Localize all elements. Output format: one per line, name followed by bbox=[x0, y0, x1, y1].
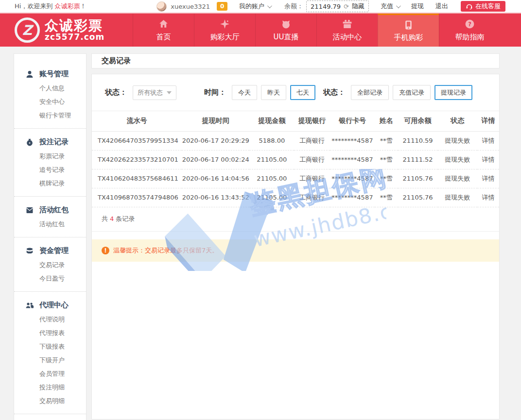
nav-tab-2[interactable]: 购彩大厅 bbox=[194, 14, 255, 47]
lottery-hall-icon bbox=[220, 19, 230, 30]
hide-balance-button[interactable]: 隐藏 bbox=[352, 2, 365, 11]
logout-button[interactable]: 退出 bbox=[435, 2, 448, 11]
nav-tab-label: 购彩大厅 bbox=[210, 33, 240, 42]
sidebar-section-title: 代理中心 bbox=[39, 301, 69, 310]
time-filter-button[interactable]: 昨天 bbox=[261, 85, 286, 100]
sidebar-sections: 账号管理个人信息安全中心银行卡管理投注记录彩票记录追号记录棋牌记录活动红包活动红… bbox=[14, 61, 86, 420]
sidebar-item[interactable]: 交易明细 bbox=[26, 394, 79, 408]
balance-value: 21149.79 bbox=[311, 3, 341, 10]
sidebar-item[interactable]: 会员管理 bbox=[26, 367, 79, 381]
cell-status: 提现失败 bbox=[438, 131, 478, 150]
sidebar-item[interactable]: 追号记录 bbox=[26, 163, 79, 177]
refresh-icon[interactable]: ⟳ bbox=[344, 3, 349, 10]
notice-text: 温馨提示：交易记录最多只保留7天。 bbox=[113, 246, 218, 255]
detail-link[interactable]: 详情 bbox=[477, 150, 499, 169]
cell-balance: 21110.59 bbox=[398, 131, 438, 150]
type-filter-buttons: 全部记录充值记录提现记录 bbox=[345, 85, 472, 100]
status-filter-label: 状态： bbox=[105, 88, 127, 97]
type-filter-button[interactable]: 全部记录 bbox=[351, 85, 389, 100]
cell-status: 提现失败 bbox=[438, 169, 478, 188]
nav-tab-label: 首页 bbox=[156, 33, 171, 42]
sidebar-item[interactable]: 活动红包 bbox=[26, 218, 79, 231]
type-filter-button[interactable]: 提现记录 bbox=[434, 85, 472, 100]
site-logo[interactable]: Z 众诚彩票 zc5577.com bbox=[0, 14, 133, 47]
sidebar-item[interactable]: 交易记录 bbox=[26, 258, 79, 272]
cell-bank: 工商银行 bbox=[294, 131, 330, 150]
notice-banner: ! 温馨提示：交易记录最多只保留7天。 bbox=[92, 239, 499, 262]
sidebar-section: 投注记录彩票记录追号记录棋牌记录 bbox=[14, 129, 86, 197]
funds-icon bbox=[26, 247, 34, 255]
withdraw-button[interactable]: 提现 bbox=[411, 2, 424, 11]
agents-icon bbox=[26, 302, 34, 309]
sidebar-item[interactable]: 下级报表 bbox=[26, 340, 79, 353]
table-row: TX4202622335732107012020-06-17 00:02:242… bbox=[92, 150, 499, 169]
sidebar-section: 消息管理站内信 bbox=[14, 414, 86, 420]
detail-link[interactable]: 详情 bbox=[477, 188, 499, 207]
type-filter-group: 状态： 全部记录充值记录提现记录 bbox=[323, 85, 472, 100]
serial-number-link[interactable]: TX410968703574794806 bbox=[92, 188, 182, 207]
table-row: TX4109687035747948062020-06-16 13:43:522… bbox=[92, 188, 499, 207]
time-filter-button[interactable]: 今天 bbox=[232, 85, 257, 100]
message-count-badge[interactable]: 0 bbox=[217, 2, 227, 11]
detail-link[interactable]: 详情 bbox=[477, 131, 499, 150]
sidebar: 账号管理个人信息安全中心银行卡管理投注记录彩票记录追号记录棋牌记录活动红包活动红… bbox=[14, 53, 87, 420]
sidebar-item[interactable]: 彩票记录 bbox=[26, 150, 79, 163]
records-panel: 状态： 所有状态 时间： 今天昨天七天 状态： 全部记录充值记录提现记录 bbox=[91, 74, 500, 420]
nav-tab-6[interactable]: ?帮助指南 bbox=[439, 14, 500, 47]
serial-number-link[interactable]: TX410620483575684611 bbox=[92, 169, 182, 188]
nav-tab-4[interactable]: 活动中心 bbox=[316, 14, 378, 47]
sidebar-item[interactable]: 安全中心 bbox=[26, 95, 79, 109]
sidebar-section-header[interactable]: 代理中心 bbox=[26, 297, 79, 313]
sidebar-section-header[interactable]: 投注记录 bbox=[26, 134, 79, 150]
customer-service-button[interactable]: 在线客服 bbox=[461, 1, 505, 12]
record-count: 共4条记录 bbox=[92, 207, 499, 232]
table-body: TX4206647035799513342020-06-17 20:29:295… bbox=[92, 131, 499, 207]
live-icon bbox=[281, 19, 291, 30]
nav-tab-1[interactable]: 首页 bbox=[133, 14, 194, 47]
my-account-label: 我的账户 bbox=[239, 2, 264, 11]
nav-tab-label: 活动中心 bbox=[333, 33, 362, 42]
nav-tab-5[interactable]: 手机购彩 bbox=[378, 14, 439, 47]
cell-name: **雪 bbox=[375, 131, 398, 150]
records-table: 流水号提现时间提现金额提现银行银行卡号姓名可用余额状态详情 TX42066470… bbox=[92, 111, 499, 207]
headset-icon bbox=[466, 3, 473, 10]
sidebar-item[interactable]: 投注明细 bbox=[26, 381, 79, 394]
sidebar-item[interactable]: 棋牌记录 bbox=[26, 177, 79, 190]
sidebar-section-header[interactable]: 资金管理 bbox=[26, 242, 79, 258]
column-header: 提现银行 bbox=[294, 111, 330, 131]
count-prefix: 共 bbox=[102, 215, 108, 222]
detail-link[interactable]: 详情 bbox=[477, 169, 499, 188]
sidebar-section: 活动红包活动红包 bbox=[14, 197, 86, 237]
serial-number-link[interactable]: TX420262233573210701 bbox=[92, 150, 182, 169]
sidebar-item[interactable]: 代理报表 bbox=[26, 326, 79, 340]
gift-icon bbox=[342, 19, 352, 30]
sidebar-item[interactable]: 下级开户 bbox=[26, 353, 79, 367]
balance-box[interactable]: 21149.79 ⟳ 隐藏 bbox=[306, 0, 369, 12]
type-filter-button[interactable]: 充值记录 bbox=[393, 85, 431, 100]
sidebar-item[interactable]: 个人信息 bbox=[26, 82, 79, 95]
sidebar-item[interactable]: 银行卡管理 bbox=[26, 109, 79, 122]
username[interactable]: xuexue3321 bbox=[171, 3, 210, 10]
time-filter-buttons: 今天昨天七天 bbox=[226, 85, 315, 100]
table-header-row: 流水号提现时间提现金额提现银行银行卡号姓名可用余额状态详情 bbox=[92, 111, 499, 131]
user-avatar[interactable] bbox=[156, 1, 167, 12]
sidebar-section-header[interactable]: 账号管理 bbox=[26, 66, 79, 82]
cell-amount: 21105.00 bbox=[249, 169, 294, 188]
cell-balance: 21105.76 bbox=[398, 188, 438, 207]
chevron-down-icon bbox=[267, 3, 272, 8]
sidebar-item[interactable]: 代理说明 bbox=[26, 313, 79, 326]
time-filter-button[interactable]: 七天 bbox=[290, 85, 315, 100]
status-dropdown[interactable]: 所有状态 bbox=[133, 85, 176, 100]
cell-bank: 工商银行 bbox=[294, 150, 330, 169]
cell-amount: 21105.00 bbox=[249, 150, 294, 169]
sidebar-item[interactable]: 今日盈亏 bbox=[26, 272, 79, 286]
nav-tab-label: UU直播 bbox=[274, 33, 299, 42]
cell-name: **雪 bbox=[375, 169, 398, 188]
my-account-menu[interactable]: 我的账户 bbox=[239, 2, 271, 11]
sidebar-section-header[interactable]: 活动红包 bbox=[26, 202, 79, 218]
filter-bar: 状态： 所有状态 时间： 今天昨天七天 状态： 全部记录充值记录提现记录 bbox=[92, 74, 499, 111]
sidebar-section-title: 账号管理 bbox=[39, 69, 69, 79]
recharge-menu[interactable]: 充值 bbox=[381, 2, 399, 11]
nav-tab-3[interactable]: UU直播 bbox=[255, 14, 316, 47]
serial-number-link[interactable]: TX420664703579951334 bbox=[92, 131, 182, 150]
